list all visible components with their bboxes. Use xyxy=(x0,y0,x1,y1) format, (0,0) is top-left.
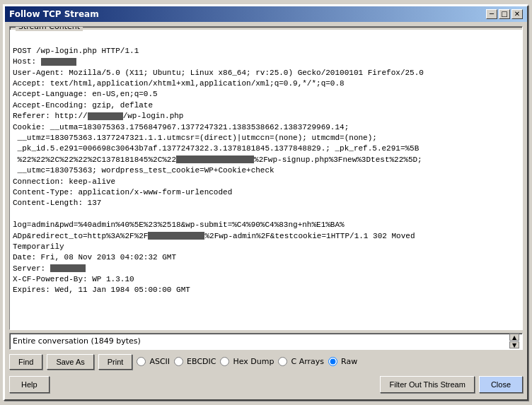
titlebar-buttons: ─ □ ✕ xyxy=(486,9,523,19)
close-button[interactable]: Close xyxy=(479,376,523,393)
stream-content-label: Stream Content xyxy=(16,26,83,31)
stream-text-area[interactable]: POST /wp-login.php HTTP/1.1 Host: User-A… xyxy=(10,30,522,329)
ascii-radio-group: ASCII xyxy=(137,357,170,366)
ascii-radio[interactable] xyxy=(137,357,146,366)
titlebar: Follow TCP Stream ─ □ ✕ xyxy=(5,6,527,22)
controls-row: Find Save As Print ASCII EBCDIC Hex Dump… xyxy=(9,353,523,371)
window-body: Stream Content POST /wp-login.php HTTP/1… xyxy=(5,22,527,399)
minimize-button[interactable]: ─ xyxy=(486,9,497,19)
raw-radio[interactable] xyxy=(328,357,337,366)
ebcdic-label: EBCDIC xyxy=(187,357,216,366)
print-button[interactable]: Print xyxy=(98,354,133,370)
carrays-radio[interactable] xyxy=(278,357,287,366)
hexdump-radio-group: Hex Dump xyxy=(220,357,274,366)
scroll-arrows[interactable]: ▲ ▼ xyxy=(509,334,519,348)
conversation-bar: Entire conversation (1849 bytes) ▲ ▼ xyxy=(9,333,523,350)
save-as-button[interactable]: Save As xyxy=(47,354,93,370)
stream-line-1: POST /wp-login.php HTTP/1.1 Host: User-A… xyxy=(13,47,424,295)
conversation-label: Entire conversation (1849 bytes) xyxy=(13,336,141,346)
help-button[interactable]: Help xyxy=(9,376,50,393)
bottom-row: Help Filter Out This Stream Close xyxy=(9,374,523,395)
hexdump-radio[interactable] xyxy=(220,357,229,366)
raw-label: Raw xyxy=(341,357,357,366)
ascii-label: ASCII xyxy=(149,357,170,366)
close-button[interactable]: ✕ xyxy=(511,9,523,19)
scroll-up-arrow[interactable]: ▲ xyxy=(509,334,519,341)
maximize-button[interactable]: □ xyxy=(499,9,510,19)
bottom-right-buttons: Filter Out This Stream Close xyxy=(380,376,523,393)
carrays-radio-group: C Arrays xyxy=(278,357,324,366)
ebcdic-radio[interactable] xyxy=(174,357,183,366)
ebcdic-radio-group: EBCDIC xyxy=(174,357,216,366)
window-title: Follow TCP Stream xyxy=(9,9,99,19)
find-button[interactable]: Find xyxy=(9,354,42,370)
stream-content-group: Stream Content POST /wp-login.php HTTP/1… xyxy=(9,26,523,330)
carrays-label: C Arrays xyxy=(291,357,324,366)
filter-out-button[interactable]: Filter Out This Stream xyxy=(380,376,474,393)
follow-tcp-stream-window: Follow TCP Stream ─ □ ✕ Stream Content P… xyxy=(4,5,528,401)
hexdump-label: Hex Dump xyxy=(233,357,274,366)
raw-radio-group: Raw xyxy=(328,357,357,366)
scroll-down-arrow[interactable]: ▼ xyxy=(509,341,519,348)
